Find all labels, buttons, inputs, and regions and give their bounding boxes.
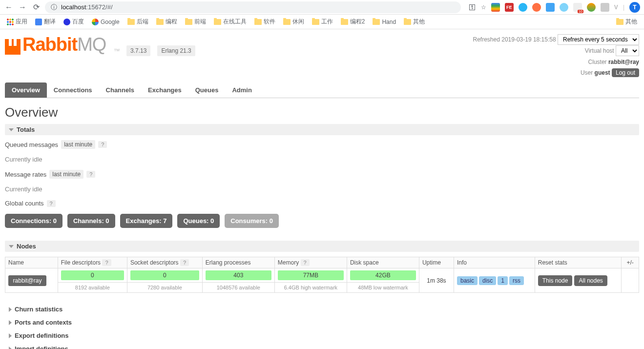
col-fd: File descriptors ? [58, 257, 127, 268]
ext-icon-4[interactable] [546, 3, 555, 12]
ext-icon-6[interactable]: 10 [573, 3, 582, 12]
vhost-select[interactable]: All [616, 45, 639, 56]
section-import-definitions[interactable]: Import definitions [9, 342, 639, 349]
bookmark-folder[interactable]: 后端 [125, 17, 151, 27]
rabbitmq-icon [5, 39, 21, 55]
bookmark-folder[interactable]: 在线工具 [211, 17, 249, 27]
bookmark-apps[interactable]: 应用 [4, 17, 30, 27]
section-nodes-header[interactable]: Nodes [5, 241, 639, 252]
star-icon[interactable]: ☆ [481, 4, 486, 11]
bookmark-folder[interactable]: 休闲 [280, 17, 307, 27]
section-totals-header[interactable]: Totals [5, 124, 639, 135]
url-path: :15672/#/ [86, 3, 112, 11]
ext-icon-7[interactable] [587, 3, 596, 12]
nav-tabs: Overview Connections Channels Exchanges … [5, 82, 639, 98]
section-churn-statistics[interactable]: Churn statistics [9, 303, 639, 316]
mem-watermark: 6.4GB high watermark [278, 285, 344, 290]
erlang-tag: Erlang 21.3 [157, 45, 195, 56]
node-name[interactable]: rabbit@ray [8, 275, 46, 286]
queued-range-chip[interactable]: last minute [61, 140, 95, 149]
bookmark-folder[interactable]: 软件 [251, 17, 278, 27]
ext-icon-2[interactable] [519, 3, 527, 12]
exchanges-count-pill[interactable]: Exchanges: 7 [120, 214, 173, 228]
chevron-right-icon [9, 347, 12, 349]
logout-button[interactable]: Log out [612, 68, 639, 77]
folder-icon [616, 19, 623, 25]
info-badge: rss [509, 276, 524, 285]
apps-icon [7, 19, 14, 25]
ext-icon-fe[interactable]: FE [505, 3, 514, 12]
back-button[interactable]: ← [4, 2, 14, 12]
col-plusminus[interactable]: +/- [622, 257, 639, 268]
help-icon[interactable]: ? [102, 259, 111, 266]
folder-icon [373, 19, 380, 25]
bookmark-overflow[interactable]: 其他 [613, 17, 640, 27]
ext-icon-5[interactable] [560, 3, 568, 12]
col-sd: Socket descriptors ? [127, 257, 202, 268]
reload-button[interactable]: ⟳ [31, 2, 41, 12]
help-icon[interactable]: ? [86, 171, 95, 178]
browser-toolbar: ← → ⟳ ⓘ localhost:15672/#/ ⚿ ☆ FE 10 V |… [0, 0, 644, 15]
chevron-down-icon [9, 245, 14, 248]
cluster-label: Cluster [588, 59, 607, 65]
bookmark-folder[interactable]: 编程 [153, 17, 180, 27]
mem-value: 77MB [278, 270, 344, 280]
ext-icon-9[interactable]: V [614, 4, 618, 11]
ext-icon-1[interactable] [491, 3, 500, 12]
tab-connections[interactable]: Connections [47, 82, 99, 98]
chevron-right-icon [9, 333, 12, 338]
cluster-value: rabbit@ray [608, 59, 639, 65]
fd-value: 0 [61, 270, 124, 280]
site-info-icon[interactable]: ⓘ [51, 3, 57, 12]
bookmark-folder[interactable]: Hand [370, 18, 399, 26]
extension-icons: ⚿ ☆ FE 10 V | T [469, 2, 640, 13]
fd-available: 8192 available [61, 285, 124, 290]
tab-admin[interactable]: Admin [225, 82, 258, 98]
help-icon[interactable]: ? [301, 259, 310, 266]
address-bar[interactable]: ⓘ localhost:15672/#/ [45, 1, 461, 13]
help-icon[interactable]: ? [98, 141, 107, 148]
tab-overview[interactable]: Overview [5, 82, 47, 98]
queues-count-pill[interactable]: Queues: 0 [177, 214, 220, 228]
bookmark-folder[interactable]: 前端 [182, 17, 209, 27]
bookmark-item[interactable]: 百度 [61, 17, 87, 27]
reset-all-nodes-button[interactable]: All nodes [574, 275, 607, 286]
bookmark-item[interactable]: Google [89, 18, 123, 26]
folder-icon [214, 19, 221, 25]
tab-exchanges[interactable]: Exchanges [141, 82, 188, 98]
help-icon[interactable]: ? [180, 259, 189, 266]
help-icon[interactable]: ? [47, 200, 56, 207]
page-title: Overview [5, 105, 639, 120]
bookmark-folder[interactable]: 编程2 [338, 17, 368, 27]
forward-button[interactable]: → [18, 2, 27, 12]
col-ep: Erlang processes [202, 257, 274, 268]
rates-range-chip[interactable]: last minute [49, 170, 83, 179]
sd-value: 0 [130, 270, 199, 280]
bookmarks-bar: 应用 翻译 百度 Google 后端 编程 前端 在线工具 软件 休闲 工作 编… [0, 15, 644, 29]
ep-value: 403 [206, 270, 271, 280]
bookmark-folder[interactable]: 工作 [309, 17, 336, 27]
nodes-table: Name File descriptors ? Socket descripto… [5, 257, 639, 293]
col-uptime: Uptime [419, 257, 454, 268]
folder-icon [254, 19, 262, 25]
reset-this-node-button[interactable]: This node [538, 275, 573, 286]
consumers-count-pill[interactable]: Consumers: 0 [225, 214, 279, 228]
key-icon[interactable]: ⚿ [469, 3, 476, 11]
vhost-label: Virtual host [585, 47, 614, 54]
section-export-definitions[interactable]: Export definitions [9, 329, 639, 342]
tab-channels[interactable]: Channels [99, 82, 142, 98]
ext-icon-3[interactable] [532, 3, 541, 12]
channels-count-pill[interactable]: Channels: 0 [67, 214, 115, 228]
connections-count-pill[interactable]: Connections: 0 [5, 214, 62, 228]
section-ports-contexts[interactable]: Ports and contexts [9, 316, 639, 329]
bookmark-folder[interactable]: 其他 [401, 17, 428, 27]
url-host: localhost [61, 3, 86, 11]
rabbitmq-logo[interactable]: RabbitMQ [5, 34, 106, 55]
tab-queues[interactable]: Queues [188, 82, 226, 98]
profile-avatar[interactable]: T [629, 2, 640, 13]
bookmark-item[interactable]: 翻译 [32, 17, 59, 27]
folder-icon [185, 19, 192, 25]
ext-icon-8[interactable] [601, 3, 609, 12]
refresh-interval-select[interactable]: Refresh every 5 seconds [558, 34, 639, 45]
ep-available: 1048576 available [206, 285, 271, 290]
